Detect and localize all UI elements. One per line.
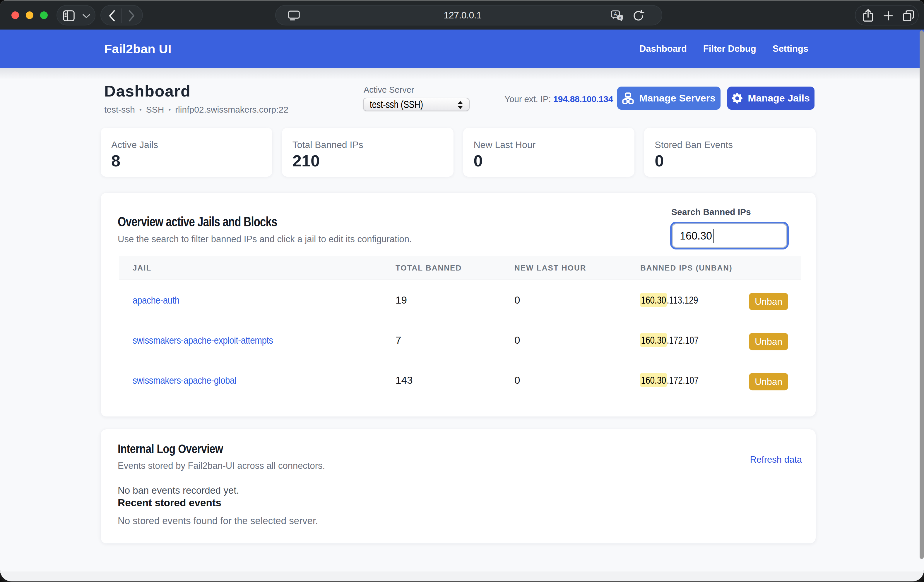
- svg-text:A: A: [614, 12, 617, 17]
- svg-text:文: 文: [618, 15, 622, 20]
